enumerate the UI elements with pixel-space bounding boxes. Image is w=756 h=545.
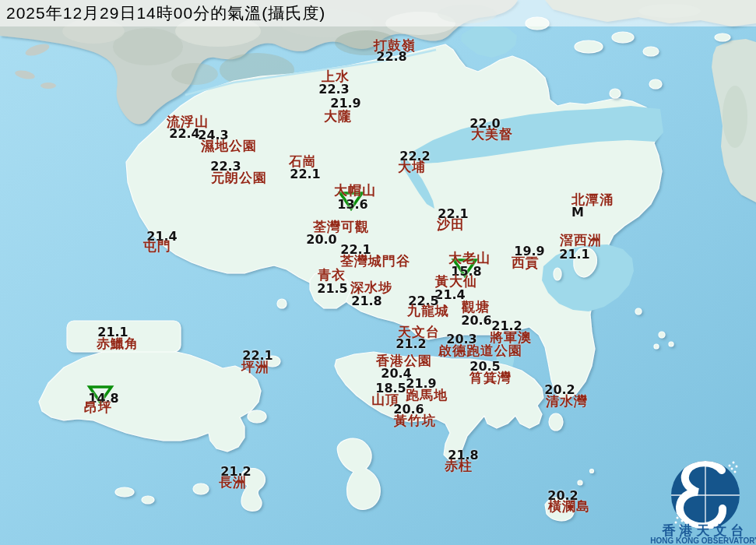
station-name: 屯門 bbox=[143, 237, 171, 255]
station-name: 赤柱 bbox=[445, 457, 473, 475]
hko-logo-english: HONG KONG OBSERVATORY bbox=[649, 536, 756, 545]
station-name: 香港公園 bbox=[376, 352, 432, 370]
station-name: 上水 bbox=[322, 68, 350, 86]
station-name: 赤鱲角 bbox=[97, 335, 139, 353]
station-name: 長洲 bbox=[219, 473, 247, 491]
station-name: 西貢 bbox=[512, 254, 540, 272]
station-name: 滘西洲 bbox=[560, 231, 602, 249]
station-name: 沙田 bbox=[437, 216, 465, 234]
hko-logo: 香港天文台 HONG KONG OBSERVATORY bbox=[654, 456, 756, 545]
station-name: 黃竹坑 bbox=[394, 412, 436, 430]
station-name: 打鼓嶺 bbox=[374, 37, 416, 54]
station-name: 橫瀾島 bbox=[548, 498, 590, 515]
station-name: 大埔 bbox=[398, 158, 426, 176]
station-name: 觀塘 bbox=[462, 298, 490, 316]
station-name: 元朗公園 bbox=[211, 169, 267, 187]
station-name: 昂坪 bbox=[84, 399, 112, 417]
station-name: 深水埗 bbox=[350, 279, 392, 297]
station-name: 青衣 bbox=[318, 266, 346, 284]
stations-layer: 22.8打鼓嶺22.3上水21.9大隴22.4流浮山24.3濕地公園22.3元朗… bbox=[0, 0, 756, 545]
station-name: 大帽山 bbox=[334, 181, 376, 199]
station-name: 大隴 bbox=[324, 107, 352, 125]
station-name: 大美督 bbox=[471, 125, 513, 143]
station-name: 大老山 bbox=[448, 249, 491, 267]
station-name: 啟德跑道公園 bbox=[438, 342, 522, 360]
station-name: 坪洲 bbox=[241, 358, 269, 376]
station-name: 荃灣城門谷 bbox=[340, 252, 410, 270]
station-name: 筲箕灣 bbox=[469, 369, 512, 387]
station-name: 石崗 bbox=[289, 153, 317, 171]
station-name: 清水灣 bbox=[546, 392, 588, 410]
station-name: 黃大仙 bbox=[435, 272, 477, 290]
station-name: 濕地公園 bbox=[201, 137, 257, 155]
station-name: 荃灣可觀 bbox=[313, 218, 369, 236]
station-name: 九龍城 bbox=[407, 302, 449, 320]
station-name: 北潭涌 bbox=[571, 191, 614, 209]
station-name: 天文台 bbox=[398, 323, 440, 341]
hk-temperature-map: 2025年12月29日14時00分的氣溫(攝氏度) 22.8打鼓嶺22.3上水2… bbox=[0, 0, 756, 545]
